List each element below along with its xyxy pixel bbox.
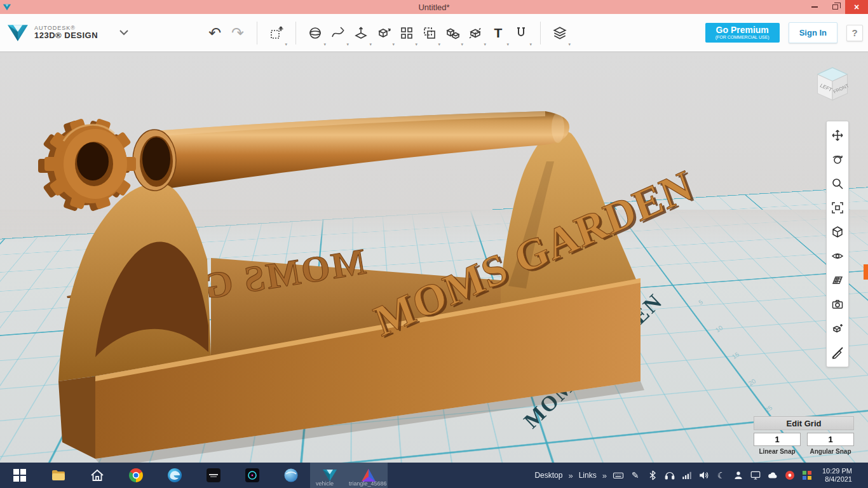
shading-button[interactable] — [827, 220, 848, 244]
go-premium-label: Go Premium — [715, 25, 770, 35]
redo-icon: ↷ — [231, 25, 244, 41]
app-logo-icon — [3, 3, 11, 11]
display-button[interactable] — [750, 470, 761, 481]
grouping-tool-button[interactable]: ▾ — [418, 19, 441, 47]
desktop-toolbar-chevron[interactable]: » — [568, 471, 573, 480]
text-tool-button[interactable]: T ▾ — [487, 19, 510, 47]
app-menu[interactable]: AUTODESK® 123D® DESIGN — [0, 23, 159, 43]
undo-button[interactable]: ↶ — [203, 19, 226, 47]
fit-view-button[interactable] — [827, 196, 848, 220]
toolbar-separator — [295, 22, 296, 44]
bluetooth-button[interactable] — [647, 470, 658, 481]
color-grid-icon — [802, 470, 812, 480]
grouping-icon — [422, 25, 437, 41]
blue-sphere-app-button[interactable] — [271, 463, 310, 488]
notification-app-button[interactable] — [784, 470, 796, 481]
autodesk-123d-logo-icon — [6, 23, 29, 43]
material-tool-button[interactable]: ▾ — [548, 19, 571, 47]
dark-app-button[interactable] — [194, 463, 233, 488]
title-bar[interactable]: Untitled* × — [0, 0, 868, 14]
night-mode-button[interactable]: ☾ — [715, 470, 727, 481]
sketch-tool-button[interactable]: ▾ — [327, 19, 349, 47]
sketch-plane-button[interactable] — [827, 268, 848, 292]
start-button[interactable] — [0, 463, 39, 488]
weather-button[interactable] — [767, 470, 778, 481]
view-cube[interactable]: LEFT FRONT — [812, 64, 853, 104]
angular-snap-label: Angular Snap — [807, 448, 854, 455]
color-grid-app-button[interactable] — [801, 470, 813, 481]
model-handle-opening[interactable] — [133, 130, 176, 191]
minimize-button[interactable] — [804, 0, 825, 14]
linear-snap-input[interactable] — [754, 433, 801, 446]
signal-button[interactable] — [681, 470, 693, 481]
people-button[interactable] — [733, 470, 744, 481]
volume-icon — [698, 470, 710, 481]
folder-icon — [51, 468, 66, 483]
transform-tool-button[interactable]: ▾ — [265, 19, 288, 47]
angular-snap-input[interactable] — [807, 433, 854, 446]
signal-bars-icon — [681, 470, 693, 481]
visibility-button[interactable] — [827, 244, 848, 268]
primitives-tool-button[interactable]: ▾ — [304, 19, 327, 47]
shading-cube-icon — [831, 226, 844, 238]
viewport-3d[interactable]: 5 10 15 20 25 30 — [0, 52, 868, 463]
redo-button[interactable]: ↷ — [226, 19, 249, 47]
sign-in-button[interactable]: Sign In — [789, 22, 837, 43]
edit-grid-panel: Edit Grid Linear Snap Angular Snap — [754, 416, 854, 455]
file-explorer-button[interactable] — [39, 463, 78, 488]
go-premium-button[interactable]: Go Premium (FOR COMMERCIAL USE) — [705, 23, 780, 43]
pen-settings-button[interactable]: ✎ — [630, 470, 641, 481]
home-app-button[interactable] — [78, 463, 116, 488]
eye-icon — [831, 250, 844, 262]
toolbar-separator — [540, 22, 541, 44]
menu-chevron-icon[interactable] — [119, 30, 128, 36]
pan-button[interactable] — [827, 123, 848, 147]
navigation-rail — [826, 121, 849, 367]
touch-keyboard-button[interactable] — [613, 470, 624, 481]
model-gear-cap[interactable] — [38, 118, 136, 212]
help-button[interactable]: ? — [846, 25, 863, 41]
screenshot-button[interactable] — [827, 292, 848, 316]
keyboard-icon — [613, 470, 624, 481]
neon-app-button[interactable] — [233, 463, 271, 488]
sketch-icon — [330, 25, 346, 41]
zoom-button[interactable] — [827, 172, 848, 196]
render-button[interactable] — [827, 316, 848, 341]
headset-button[interactable] — [664, 470, 675, 481]
app-icon[interactable] — [0, 3, 14, 11]
edge-button[interactable] — [155, 463, 194, 488]
restore-button[interactable] — [825, 0, 845, 14]
fit-view-icon — [831, 201, 844, 214]
close-button[interactable]: × — [845, 0, 868, 14]
linear-snap-label: Linear Snap — [754, 448, 801, 455]
chrome-button[interactable] — [116, 463, 155, 488]
taskbar-clock[interactable]: 10:29 PM 8/4/2021 — [818, 467, 856, 484]
model-handle-endcap — [552, 112, 564, 143]
go-premium-sublabel: (FOR COMMERCIAL USE) — [715, 35, 770, 40]
taskbar: vehicle triangle_45686 Desktop » Links »… — [0, 463, 868, 488]
pattern-tool-button[interactable]: ▾ — [395, 19, 418, 47]
links-toolbar-label[interactable]: Links — [579, 471, 597, 480]
brand-line2: 123D® DESIGN — [34, 31, 98, 41]
primitives-icon — [308, 25, 323, 41]
links-toolbar-chevron[interactable]: » — [602, 471, 607, 480]
neon-app-icon — [245, 468, 260, 483]
snap-tool-button[interactable]: ▾ — [510, 19, 532, 47]
transform-icon — [269, 25, 284, 41]
desktop-file-label-b: triangle_45686 — [349, 480, 387, 487]
desktop-toolbar-label[interactable]: Desktop — [534, 471, 562, 480]
combine-tool-button[interactable]: ▾ — [441, 19, 464, 47]
split-tool-button[interactable]: ▾ — [464, 19, 487, 47]
model-left-end-face[interactable] — [58, 376, 95, 459]
model-garden-caddy[interactable]: MOMS GARDEN MOMS GARDEN MOMS GARDEN MOM — [0, 52, 868, 463]
scroll-indicator[interactable] — [864, 264, 868, 280]
toggle-sketch-button[interactable] — [827, 341, 848, 365]
construct-tool-button[interactable]: ▾ — [349, 19, 372, 47]
close-icon: × — [854, 3, 859, 11]
orbit-button[interactable] — [827, 147, 848, 172]
construct-icon — [353, 25, 369, 41]
modify-tool-button[interactable]: ▾ — [372, 19, 395, 47]
volume-button[interactable] — [698, 470, 710, 481]
restore-icon — [832, 4, 838, 10]
pattern-icon — [399, 25, 414, 41]
